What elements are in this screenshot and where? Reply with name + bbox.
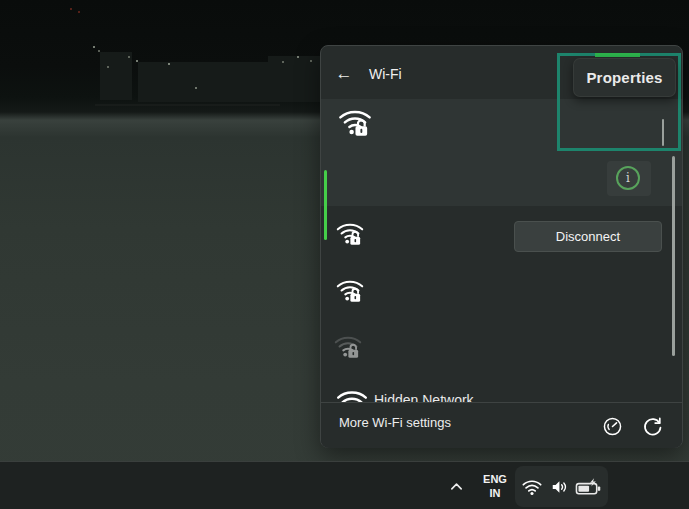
show-hidden-icons-button[interactable] bbox=[444, 473, 468, 499]
taskbar: ENG IN bbox=[0, 461, 689, 509]
back-button[interactable]: ← bbox=[329, 59, 359, 89]
language-indicator[interactable]: ENG IN bbox=[477, 470, 513, 502]
scrollbar[interactable] bbox=[672, 156, 675, 356]
network-item[interactable] bbox=[335, 219, 365, 249]
wifi-lock-icon bbox=[335, 219, 365, 249]
battery-charging-icon bbox=[575, 477, 602, 497]
info-icon: i bbox=[616, 166, 640, 190]
more-wifi-settings-link[interactable]: More Wi-Fi settings bbox=[339, 415, 451, 430]
desktop-background: ← Wi-Fi i bbox=[0, 0, 689, 509]
network-item[interactable] bbox=[333, 332, 363, 362]
system-tray-button[interactable] bbox=[515, 466, 608, 507]
chevron-up-icon bbox=[449, 480, 464, 492]
highlight-box-top-accent bbox=[595, 53, 640, 57]
connected-accent-bar bbox=[324, 170, 328, 240]
wifi-lock-icon-weak bbox=[333, 332, 363, 362]
data-usage-gauge-icon[interactable] bbox=[598, 412, 626, 440]
properties-tooltip: Properties bbox=[573, 58, 676, 97]
panel-title: Wi-Fi bbox=[369, 66, 402, 82]
wifi-icon bbox=[521, 477, 543, 497]
network-item[interactable] bbox=[335, 276, 365, 306]
volume-icon bbox=[549, 477, 569, 497]
wifi-lock-icon bbox=[337, 105, 373, 141]
info-button[interactable]: i bbox=[607, 161, 651, 196]
disconnect-button[interactable]: Disconnect bbox=[514, 221, 662, 252]
wifi-lock-icon bbox=[335, 276, 365, 306]
panel-footer: More Wi-Fi settings bbox=[321, 402, 682, 448]
back-arrow-icon: ← bbox=[336, 64, 353, 84]
refresh-icon[interactable] bbox=[638, 412, 666, 440]
